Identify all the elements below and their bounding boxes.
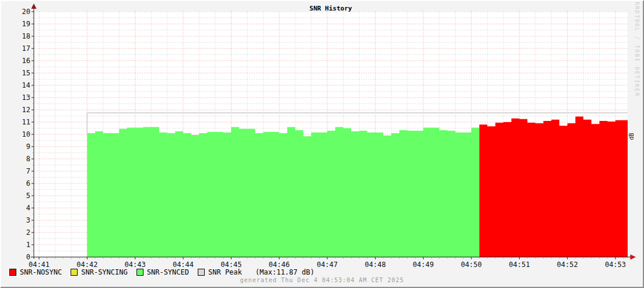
series-area-snr-nosync — [480, 117, 628, 257]
y-axis-tick-label: 5 — [26, 192, 30, 200]
legend-item-snr-synced: SNR-SYNCED — [136, 268, 189, 276]
x-axis-tick-label: 04:46 — [269, 261, 290, 269]
y-axis-tick-label: 18 — [22, 32, 30, 40]
x-axis-tick-label: 04:47 — [317, 261, 338, 269]
legend-label-snr-peak: SNR Peak — [208, 268, 242, 276]
x-axis-tick-label: 04:53 — [605, 261, 626, 269]
legend-max-note: (Max:11.87 dB) — [256, 268, 314, 276]
y-axis-tick-label: 13 — [22, 93, 30, 102]
y-axis-tick-label: 11 — [22, 118, 30, 126]
x-axis-tick-label: 04:44 — [173, 261, 194, 269]
rrdtool-watermark: RRDTOOL / TOBI OETIKER — [634, 2, 640, 282]
x-axis-tick-label: 04:48 — [365, 261, 386, 269]
x-axis-tick-label: 04:42 — [76, 261, 97, 269]
x-axis-tick-label: 04:52 — [557, 261, 578, 269]
y-axis-tick-label: 10 — [22, 130, 30, 138]
x-axis-labels: 04:4104:4204:4304:4404:4504:4604:4704:48… — [29, 261, 626, 269]
y-axis-tick-label: 6 — [26, 179, 30, 188]
legend-item-snr-nosync: SNR-NOSYNC — [9, 268, 62, 276]
x-axis-tick-label: 04:45 — [220, 261, 242, 269]
x-axis-tick-label: 04:51 — [509, 261, 530, 269]
snr-chart: 0123456789101112131415161718192004:4104:… — [0, 0, 644, 288]
y-axis-tick-label: 17 — [22, 44, 30, 53]
y-axis-tick-label: 0 — [26, 253, 30, 261]
y-axis-tick-label: 19 — [22, 20, 30, 28]
right-axis-unit-label: dB — [628, 129, 635, 145]
y-axis-tick-label: 15 — [22, 69, 30, 77]
legend-swatch-snr-nosync-icon — [9, 269, 16, 276]
legend-swatch-snr-peak-icon — [198, 269, 205, 276]
y-axis-tick-label: 1 — [26, 241, 30, 249]
chart-title: SNR History — [34, 5, 628, 12]
legend-item-snr-peak: SNR Peak — [198, 268, 242, 276]
x-axis-tick-label: 04:50 — [461, 261, 482, 269]
y-axis-tick-label: 12 — [22, 106, 30, 114]
y-axis-tick-label: 4 — [26, 204, 30, 212]
y-axis-tick-label: 16 — [22, 57, 30, 65]
legend-swatch-snr-syncing-icon — [71, 269, 78, 276]
legend: SNR-NOSYNCSNR-SYNCINGSNR-SYNCEDSNR Peak … — [9, 268, 314, 276]
legend-label-snr-syncing: SNR-SYNCING — [81, 268, 127, 276]
y-axis-tick-label: 7 — [26, 167, 30, 175]
series-area-snr-synced — [87, 127, 479, 257]
legend-items: SNR-NOSYNCSNR-SYNCINGSNR-SYNCEDSNR Peak — [9, 268, 242, 276]
y-axis-tick-label: 14 — [22, 81, 30, 89]
y-axis-tick-label: 8 — [26, 155, 30, 163]
y-axis-tick-label: 9 — [26, 143, 30, 151]
x-axis-tick-label: 04:43 — [125, 261, 146, 269]
legend-label-snr-nosync: SNR-NOSYNC — [20, 268, 62, 276]
generated-timestamp: generated Thu Dec 4 04:53:04 AM CET 2025 — [0, 277, 644, 283]
legend-item-snr-syncing: SNR-SYNCING — [71, 268, 127, 276]
x-axis-tick-label: 04:41 — [29, 261, 50, 269]
y-axis-tick-label: 20 — [22, 8, 30, 16]
x-axis-tick-label: 04:49 — [413, 261, 434, 269]
legend-label-snr-synced: SNR-SYNCED — [147, 268, 189, 276]
y-axis-labels: 01234567891011121314151617181920 — [22, 8, 30, 261]
y-axis-tick-label: 2 — [26, 228, 30, 237]
legend-swatch-snr-synced-icon — [136, 269, 144, 276]
y-axis-tick-label: 3 — [26, 216, 30, 224]
